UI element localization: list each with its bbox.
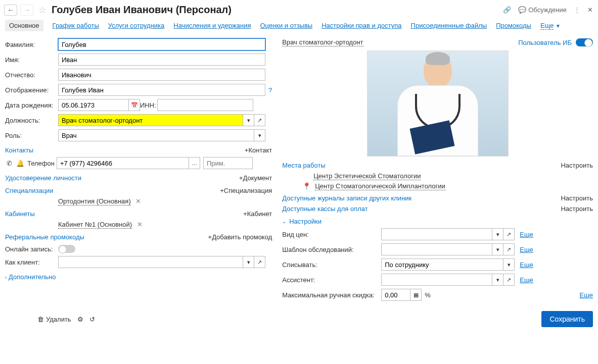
writeoff-input[interactable] [381, 258, 503, 271]
save-button[interactable]: Сохранить [541, 311, 593, 327]
section-specializations[interactable]: Специализации [5, 187, 54, 194]
cabinet-item[interactable]: Кабинет №1 (Основной) [58, 221, 132, 229]
add-cabinet-link[interactable]: +Кабинет [243, 210, 272, 218]
page-title: Голубев Иван Иванович (Персонал) [52, 4, 232, 16]
label-max-discount: Максимальная ручная скидка: [282, 291, 378, 299]
label-exam-tpl: Шаблон обследований: [282, 246, 378, 253]
tab-reviews[interactable]: Оценки и отзывы [260, 22, 312, 29]
tab-services[interactable]: Услуги сотрудника [108, 22, 165, 29]
discuss-label: Обсуждение [528, 6, 567, 14]
role-dropdown-icon[interactable]: ▾ [254, 129, 265, 141]
position-open-icon[interactable]: ↗ [254, 114, 265, 126]
as-client-input[interactable] [58, 256, 243, 268]
settings-toggle[interactable]: ⌄ Настройки [282, 218, 593, 225]
discuss-button[interactable]: 💬 Обсуждение [518, 6, 567, 14]
exam-tpl-more[interactable]: Еще [520, 246, 533, 253]
history-icon[interactable]: ↺ [89, 316, 95, 323]
assistant-input[interactable] [381, 274, 492, 286]
ib-user-toggle[interactable] [576, 38, 593, 46]
max-discount-input[interactable] [381, 289, 410, 301]
dob-input[interactable] [58, 99, 129, 111]
ib-user-label[interactable]: Пользователь ИБ [518, 39, 572, 46]
label-role: Роль: [5, 132, 58, 139]
as-client-open-icon[interactable]: ↗ [254, 256, 265, 268]
nav-forward-button[interactable]: → [20, 5, 33, 16]
exam-tpl-input[interactable] [381, 243, 492, 255]
occupation-link[interactable]: Врач стоматолог-ортодонт [282, 38, 363, 46]
exam-tpl-open-icon[interactable]: ↗ [503, 243, 515, 255]
add-contact-link[interactable]: +Контакт [245, 146, 272, 154]
help-icon[interactable]: ? [265, 86, 272, 94]
sliders-icon[interactable]: ⚙ [77, 316, 83, 323]
tab-files[interactable]: Присоединенные файлы [411, 22, 487, 29]
max-discount-calc-icon[interactable]: ▦ [410, 289, 422, 301]
display-input[interactable] [58, 84, 265, 96]
label-position: Должность: [5, 117, 58, 124]
workplaces-configure[interactable]: Настроить [561, 162, 593, 169]
add-promo-link[interactable]: +Добавить промокод [208, 233, 272, 241]
position-dropdown-icon[interactable]: ▾ [243, 114, 254, 126]
price-type-dropdown-icon[interactable]: ▾ [492, 228, 503, 240]
writeoff-dropdown-icon[interactable]: ▾ [503, 258, 515, 271]
label-phone: Телефон [27, 160, 54, 167]
link-icon[interactable]: 🔗 [503, 6, 511, 14]
location-item-1[interactable]: Центр Эстетической Стоматологии [313, 172, 421, 180]
position-input[interactable] [58, 114, 243, 126]
section-identity[interactable]: Удостоверение личности [5, 174, 81, 182]
add-document-link[interactable]: +Документ [239, 174, 272, 182]
journals-label[interactable]: Доступные журналы записи других клиник [282, 194, 411, 202]
tab-promo[interactable]: Промокоды [496, 22, 531, 29]
phone-input[interactable] [57, 157, 189, 169]
bell-icon[interactable]: 🔔 [16, 159, 24, 167]
chevron-down-icon: ▼ [556, 23, 561, 29]
nav-back-button[interactable]: ← [4, 5, 17, 16]
price-type-input[interactable] [381, 228, 492, 240]
favorite-star-icon[interactable]: ☆ [36, 5, 49, 16]
tab-charges[interactable]: Начисления и удержания [173, 22, 251, 29]
assistant-more[interactable]: Еще [520, 276, 533, 284]
tab-schedule[interactable]: График работы [53, 22, 99, 29]
tab-more-label: Еще [540, 22, 554, 30]
price-type-more[interactable]: Еще [520, 231, 533, 238]
kebab-menu-icon[interactable]: ⋮ [574, 6, 580, 14]
max-discount-more[interactable]: Еще [580, 291, 593, 299]
cash-configure[interactable]: Настроить [561, 205, 593, 213]
add-specialization-link[interactable]: +Специализация [220, 187, 272, 194]
exam-tpl-dropdown-icon[interactable]: ▾ [492, 243, 503, 255]
delete-button[interactable]: 🗑 Удалить [37, 316, 71, 323]
journals-configure[interactable]: Настроить [561, 194, 593, 202]
phone-note-input[interactable] [203, 157, 253, 169]
label-online: Онлайн запись: [5, 245, 58, 253]
as-client-dropdown-icon[interactable]: ▾ [243, 256, 254, 268]
section-ref-promo[interactable]: Реферальные промокоды [5, 233, 84, 241]
remove-cabinet-icon[interactable]: ✕ [134, 221, 146, 228]
section-contacts[interactable]: Контакты [5, 146, 33, 154]
specialization-item[interactable]: Ортодонтия (Основная) [58, 197, 131, 205]
label-dob: Дата рождения: [5, 101, 58, 109]
role-input[interactable] [58, 129, 254, 141]
inn-input[interactable] [157, 99, 253, 111]
phone-icon[interactable]: ✆ [5, 159, 13, 167]
writeoff-more[interactable]: Еще [520, 261, 533, 269]
name-input[interactable] [58, 54, 265, 66]
assistant-dropdown-icon[interactable]: ▾ [492, 274, 503, 286]
remove-spec-icon[interactable]: ✕ [132, 197, 144, 205]
cash-label[interactable]: Доступные кассы для оплат [282, 205, 367, 213]
label-surname: Фамилия: [5, 41, 58, 48]
tab-more[interactable]: Еще ▼ [540, 22, 561, 29]
location-item-2[interactable]: Центр Стоматологической Имплантологии [315, 182, 445, 190]
patronymic-input[interactable] [58, 69, 265, 81]
section-cabinets[interactable]: Кабинеты [5, 210, 35, 218]
employee-photo[interactable] [367, 50, 509, 157]
price-type-open-icon[interactable]: ↗ [503, 228, 515, 240]
tab-main[interactable]: Основное [5, 20, 43, 31]
workplaces-label[interactable]: Места работы [282, 162, 326, 169]
online-record-toggle[interactable] [58, 245, 75, 253]
assistant-open-icon[interactable]: ↗ [503, 274, 515, 286]
surname-input[interactable] [58, 38, 265, 50]
phone-more-icon[interactable]: … [189, 157, 200, 169]
calendar-icon[interactable]: 📅 [129, 99, 140, 111]
additional-toggle[interactable]: Дополнительно [9, 273, 56, 281]
close-icon[interactable]: ✕ [587, 6, 593, 14]
tab-rights[interactable]: Настройки прав и доступа [321, 22, 401, 29]
